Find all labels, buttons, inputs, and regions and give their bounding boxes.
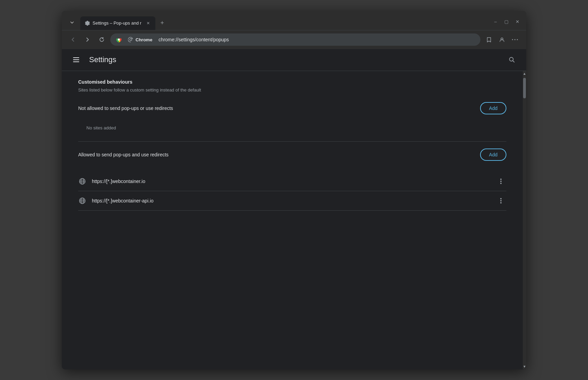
minimize-button[interactable]: – (491, 17, 500, 27)
profile-button[interactable] (496, 34, 508, 45)
tab-close-button[interactable]: ✕ (145, 20, 151, 26)
chrome-menu-button[interactable] (509, 34, 521, 45)
toolbar: Chrome chrome://settings/content/popups (62, 30, 526, 49)
close-button[interactable]: ✕ (513, 17, 522, 27)
no-sites-message: No sites added (86, 125, 506, 130)
customised-behaviours-title: Customised behaviours (78, 79, 506, 85)
scrollbar-track: ▲ ▼ (523, 71, 526, 369)
chrome-logo-icon (116, 37, 122, 43)
url-display: chrome://settings/content/popups (158, 37, 475, 42)
tab-title: Settings – Pop-ups and r (93, 20, 142, 26)
forward-button[interactable] (82, 34, 93, 45)
scrollbar-down-arrow[interactable]: ▼ (523, 364, 526, 369)
scrollbar-thumb[interactable] (523, 78, 526, 98)
site-menu-button-0[interactable] (495, 176, 506, 187)
maximize-button[interactable]: ▢ (502, 17, 511, 27)
svg-point-7 (509, 57, 513, 61)
settings-page: Settings Customised behaviours Sites lis… (62, 49, 526, 369)
active-tab[interactable]: Settings – Pop-ups and r ✕ (80, 16, 155, 30)
window-controls: – ▢ ✕ (491, 17, 522, 27)
site-url-0: https://[*.]webcontainer.io (92, 179, 490, 184)
svg-point-4 (512, 39, 513, 40)
settings-tab-icon (84, 20, 90, 26)
bookmark-button[interactable] (483, 34, 495, 45)
settings-content-area: Customised behaviours Sites listed below… (62, 71, 523, 369)
svg-point-2 (130, 39, 132, 41)
settings-header: Settings (62, 49, 526, 71)
back-button[interactable] (67, 34, 79, 45)
site-menu-button-1[interactable] (495, 195, 506, 206)
settings-body: Customised behaviours Sites listed below… (62, 71, 526, 369)
svg-point-1 (118, 39, 120, 41)
settings-search-button[interactable] (506, 54, 518, 66)
svg-point-6 (517, 39, 518, 40)
allowed-add-button[interactable]: Add (480, 149, 506, 161)
not-allowed-label: Not allowed to send pop-ups or use redir… (78, 105, 173, 111)
address-bar[interactable]: Chrome chrome://settings/content/popups (110, 33, 480, 46)
settings-menu-button[interactable] (70, 54, 82, 66)
customised-behaviours-subtitle: Sites listed below follow a custom setti… (78, 87, 506, 93)
settings-page-title: Settings (89, 55, 499, 64)
section-divider (78, 141, 506, 142)
toolbar-actions (483, 34, 521, 45)
site-row-1: https://[*.]webcontainer-api.io (78, 191, 506, 211)
svg-point-5 (515, 39, 516, 40)
site-globe-icon-1 (78, 197, 86, 205)
tab-bar-left: Settings – Pop-ups and r ✕ + (66, 16, 167, 30)
allowed-row: Allowed to send pop-ups and use redirect… (78, 149, 506, 166)
browser-window: Settings – Pop-ups and r ✕ + – ▢ ✕ (62, 11, 526, 369)
chrome-badge: Chrome (125, 36, 155, 43)
refresh-button[interactable] (96, 34, 108, 45)
chrome-badge-icon (128, 37, 134, 42)
title-bar: Settings – Pop-ups and r ✕ + – ▢ ✕ (62, 11, 526, 30)
chrome-badge-label: Chrome (136, 37, 152, 42)
not-allowed-add-button[interactable]: Add (480, 102, 506, 114)
allowed-label: Allowed to send pop-ups and use redirect… (78, 152, 169, 157)
scrollbar-up-arrow[interactable]: ▲ (523, 71, 526, 76)
tab-dropdown-button[interactable] (66, 16, 78, 29)
site-globe-icon-0 (78, 177, 86, 185)
not-allowed-row: Not allowed to send pop-ups or use redir… (78, 102, 506, 120)
site-row-0: https://[*.]webcontainer.io (78, 172, 506, 191)
new-tab-button[interactable]: + (157, 18, 167, 28)
site-url-1: https://[*.]webcontainer-api.io (92, 198, 490, 203)
